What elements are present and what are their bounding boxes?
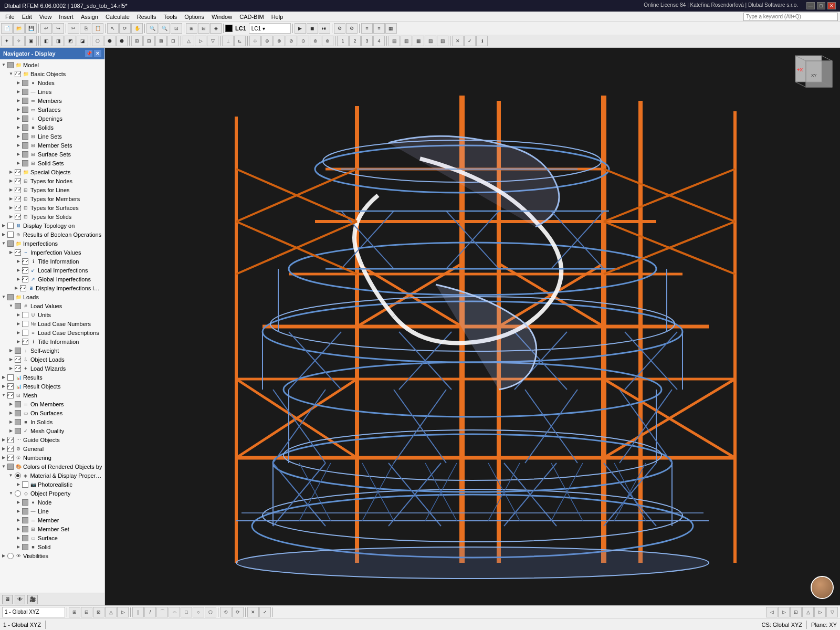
tb-zoom-fit[interactable]: ⊡ — [171, 23, 182, 34]
tree-expand-material-display[interactable]: ▼ — [7, 472, 15, 479]
tb-redo[interactable]: ↪ — [52, 23, 64, 34]
tree-expand-guide-objects[interactable]: ▶ — [0, 436, 7, 444]
tree-expand-solids[interactable]: ▶ — [15, 124, 22, 131]
tb2-17[interactable]: ▽ — [207, 36, 218, 46]
tree-expand-imperfection-values[interactable]: ▶ — [7, 249, 15, 256]
bt-4[interactable]: △ — [105, 607, 117, 617]
tb2-snap-3[interactable]: ⊗ — [274, 36, 285, 46]
tree-item-lines[interactable]: ▶—Lines — [0, 87, 104, 96]
tb-undo[interactable]: ↩ — [40, 23, 52, 34]
tb-pan[interactable]: ✋ — [131, 23, 143, 34]
tree-item-on-surfaces[interactable]: ▶▭On Surfaces — [0, 408, 104, 417]
tree-item-material-display[interactable]: ▼◈Material & Display Properties — [0, 471, 104, 480]
tree-checkbox-object-property[interactable] — [15, 490, 21, 497]
tree-item-members[interactable]: ▶═Members — [0, 96, 104, 105]
tb-save[interactable]: 💾 — [25, 23, 37, 34]
tb2-snap-1[interactable]: ⊹ — [249, 36, 261, 46]
tree-item-imperfection-values[interactable]: ▶✓~Imperfection Values — [0, 248, 104, 257]
tb2-snap-6[interactable]: ⊚ — [310, 36, 321, 46]
tree-item-mesh-quality[interactable]: ▶✓Mesh Quality — [0, 426, 104, 435]
tb2-2[interactable]: ✧ — [13, 36, 25, 46]
tree-checkbox-imperfections[interactable] — [7, 240, 14, 247]
tree-expand-colors-rendered[interactable]: ▼ — [0, 463, 7, 470]
minimize-button[interactable]: — — [806, 2, 815, 9]
tree-checkbox-model[interactable] — [7, 62, 14, 68]
bt-15[interactable]: ✕ — [247, 607, 259, 617]
tree-expand-imperfections[interactable]: ▼ — [0, 240, 7, 247]
tree-item-self-weight[interactable]: ▶↓Self-weight — [0, 346, 104, 355]
tb-select[interactable]: ↖ — [107, 23, 119, 34]
bt-9[interactable]: ⌓ — [169, 607, 180, 617]
tree-expand-object-property[interactable]: ▼ — [7, 490, 15, 497]
tree-checkbox-types-lines[interactable]: ✓ — [15, 187, 21, 193]
tree-item-solid-sets[interactable]: ▶⊞Solid Sets — [0, 159, 104, 167]
tree-checkbox-types-solids[interactable]: ✓ — [15, 214, 21, 220]
bt-5[interactable]: ▷ — [117, 607, 129, 617]
tb-open[interactable]: 📂 — [13, 23, 25, 34]
menu-view[interactable]: View — [36, 13, 55, 21]
tree-item-imperfections[interactable]: ▼📁Imperfections — [0, 239, 104, 248]
tb-zoom-out[interactable]: 🔍 — [159, 23, 170, 34]
bt-10[interactable]: □ — [181, 607, 192, 617]
nav-tree[interactable]: ▼📁Model▼✓📁Basic Objects▶●Nodes▶—Lines▶═M… — [0, 59, 104, 593]
tree-expand-title-info-loads[interactable]: ▶ — [15, 338, 22, 345]
tb2-check[interactable]: ✓ — [464, 36, 476, 46]
tree-expand-result-objects[interactable]: ▶ — [0, 383, 7, 390]
tree-item-display-imperf-load[interactable]: ▶✓🖥Display Imperfections in Loa... — [0, 284, 104, 292]
tree-expand-loads[interactable]: ▼ — [0, 293, 7, 301]
tb2-snap-2[interactable]: ⊕ — [261, 36, 273, 46]
tb-result1[interactable]: ≡ — [361, 23, 373, 34]
bt-2[interactable]: ⊟ — [81, 607, 92, 617]
tb-calc[interactable]: ⚙ — [334, 23, 345, 34]
tree-checkbox-solid-prop[interactable] — [22, 544, 28, 550]
tree-expand-member-set-prop[interactable]: ▶ — [15, 526, 22, 533]
tree-item-load-wizards[interactable]: ▶✓✦Load Wizards — [0, 364, 104, 373]
tb-view-top[interactable]: ⊟ — [198, 23, 209, 34]
tree-expand-line-sets[interactable]: ▶ — [15, 133, 22, 140]
tree-expand-basic-objects[interactable]: ▼ — [7, 70, 15, 78]
tb2-10[interactable]: ⬣ — [116, 36, 128, 46]
tree-checkbox-types-members[interactable]: ✓ — [15, 196, 21, 202]
tree-checkbox-colors-rendered[interactable] — [7, 464, 14, 470]
tree-checkbox-in-solids[interactable] — [15, 419, 21, 425]
menu-results[interactable]: Results — [134, 13, 160, 21]
tree-expand-photorealistic[interactable]: ▶ — [15, 481, 22, 488]
tree-expand-self-weight[interactable]: ▶ — [7, 347, 15, 354]
bt-3[interactable]: ⊠ — [93, 607, 104, 617]
tb-result3[interactable]: ▦ — [385, 23, 397, 34]
tb2-snap-4[interactable]: ⊘ — [286, 36, 297, 46]
tree-item-types-members[interactable]: ▶✓⊟Types for Members — [0, 194, 104, 203]
nav-pin-button[interactable]: 📌 — [85, 50, 92, 57]
tree-checkbox-loads[interactable] — [7, 294, 14, 300]
tree-item-basic-objects[interactable]: ▼✓📁Basic Objects — [0, 69, 104, 78]
tree-checkbox-general[interactable]: ✓ — [7, 446, 14, 452]
tree-item-member-sets[interactable]: ▶⊞Member Sets — [0, 141, 104, 150]
tree-item-solid-prop[interactable]: ▶■Solid — [0, 542, 104, 551]
tree-checkbox-display-topology[interactable] — [7, 223, 14, 229]
bt-6[interactable]: | — [132, 607, 144, 617]
tree-item-mesh[interactable]: ▼✓⊡Mesh — [0, 391, 104, 400]
tree-item-surfaces[interactable]: ▶▭Surfaces — [0, 105, 104, 114]
tree-checkbox-global-imperfections[interactable]: ✓ — [22, 276, 28, 282]
tree-item-visibilities[interactable]: ▶👁Visibilities — [0, 551, 104, 560]
tree-expand-on-surfaces[interactable]: ▶ — [7, 410, 15, 417]
tree-item-units[interactable]: ▶UUnits — [0, 310, 104, 319]
tree-expand-members[interactable]: ▶ — [15, 97, 22, 104]
tb-result2[interactable]: ≡ — [373, 23, 385, 34]
tree-item-guide-objects[interactable]: ▶✓⋯Guide Objects — [0, 435, 104, 444]
tree-item-openings[interactable]: ▶○Openings — [0, 114, 104, 123]
tree-expand-node-prop[interactable]: ▶ — [15, 499, 22, 506]
nav-cube[interactable]: +X XY — [793, 53, 835, 95]
tb2-16[interactable]: ▷ — [195, 36, 206, 46]
tree-expand-title-info-imperf[interactable]: ▶ — [15, 258, 22, 265]
tb2-view-a[interactable]: 1 — [337, 36, 349, 46]
tree-expand-model[interactable]: ▼ — [0, 61, 7, 69]
menu-tools[interactable]: Tools — [160, 13, 180, 21]
tb-new[interactable]: 📄 — [1, 23, 13, 34]
tree-item-member-prop[interactable]: ▶═Member — [0, 516, 104, 524]
menu-cadbim[interactable]: CAD-BIM — [236, 13, 267, 21]
tree-checkbox-object-loads[interactable]: ✓ — [15, 356, 21, 363]
tree-checkbox-local-imperfections[interactable]: ✓ — [22, 267, 28, 274]
tree-checkbox-title-info-imperf[interactable]: ✓ — [22, 258, 28, 265]
tree-item-types-nodes[interactable]: ▶✓⊟Types for Nodes — [0, 176, 104, 185]
